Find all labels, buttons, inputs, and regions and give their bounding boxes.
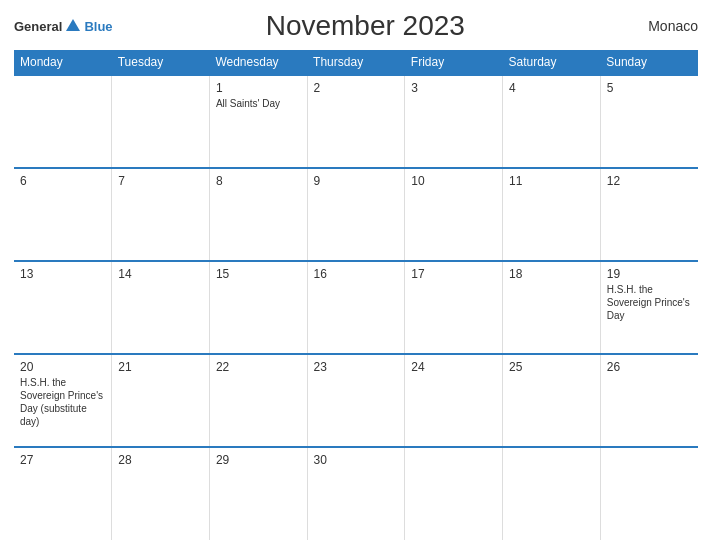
day-number: 26 bbox=[607, 360, 692, 374]
calendar-cell: 23 bbox=[307, 354, 405, 447]
day-number: 6 bbox=[20, 174, 105, 188]
day-number: 3 bbox=[411, 81, 496, 95]
calendar-cell: 11 bbox=[503, 168, 601, 261]
day-number: 15 bbox=[216, 267, 301, 281]
day-number: 18 bbox=[509, 267, 594, 281]
calendar-cell bbox=[405, 447, 503, 540]
day-number: 25 bbox=[509, 360, 594, 374]
calendar-row-3: 13141516171819H.S.H. the Sovereign Princ… bbox=[14, 261, 698, 354]
col-saturday: Saturday bbox=[503, 50, 601, 75]
calendar-cell: 30 bbox=[307, 447, 405, 540]
calendar-cell: 22 bbox=[209, 354, 307, 447]
calendar-cell: 9 bbox=[307, 168, 405, 261]
calendar-cell: 8 bbox=[209, 168, 307, 261]
day-number: 2 bbox=[314, 81, 399, 95]
calendar-cell: 1All Saints' Day bbox=[209, 75, 307, 168]
calendar-cell bbox=[14, 75, 112, 168]
event-label: H.S.H. the Sovereign Prince's Day bbox=[607, 283, 692, 322]
calendar-cell: 17 bbox=[405, 261, 503, 354]
day-number: 8 bbox=[216, 174, 301, 188]
calendar-cell: 13 bbox=[14, 261, 112, 354]
col-monday: Monday bbox=[14, 50, 112, 75]
calendar-cell: 21 bbox=[112, 354, 210, 447]
calendar-row-2: 6789101112 bbox=[14, 168, 698, 261]
calendar-row-1: 1All Saints' Day2345 bbox=[14, 75, 698, 168]
col-tuesday: Tuesday bbox=[112, 50, 210, 75]
page: General Blue November 2023 Monaco Monday… bbox=[0, 0, 712, 550]
col-sunday: Sunday bbox=[600, 50, 698, 75]
calendar-cell: 5 bbox=[600, 75, 698, 168]
day-number: 23 bbox=[314, 360, 399, 374]
day-number: 27 bbox=[20, 453, 105, 467]
calendar-cell: 10 bbox=[405, 168, 503, 261]
day-number: 12 bbox=[607, 174, 692, 188]
event-label: H.S.H. the Sovereign Prince's Day (subst… bbox=[20, 376, 105, 428]
day-number: 10 bbox=[411, 174, 496, 188]
calendar-cell: 28 bbox=[112, 447, 210, 540]
logo-icon bbox=[64, 17, 82, 35]
day-number: 22 bbox=[216, 360, 301, 374]
day-number: 13 bbox=[20, 267, 105, 281]
day-number: 17 bbox=[411, 267, 496, 281]
day-number: 16 bbox=[314, 267, 399, 281]
calendar-title: November 2023 bbox=[113, 10, 618, 42]
day-number: 1 bbox=[216, 81, 301, 95]
country-label: Monaco bbox=[618, 18, 698, 34]
calendar-cell: 14 bbox=[112, 261, 210, 354]
day-number: 4 bbox=[509, 81, 594, 95]
calendar-cell: 20H.S.H. the Sovereign Prince's Day (sub… bbox=[14, 354, 112, 447]
calendar-cell: 2 bbox=[307, 75, 405, 168]
calendar-cell: 29 bbox=[209, 447, 307, 540]
col-friday: Friday bbox=[405, 50, 503, 75]
day-number: 19 bbox=[607, 267, 692, 281]
calendar-cell bbox=[503, 447, 601, 540]
calendar-cell: 19H.S.H. the Sovereign Prince's Day bbox=[600, 261, 698, 354]
header: General Blue November 2023 Monaco bbox=[14, 10, 698, 42]
calendar-cell: 4 bbox=[503, 75, 601, 168]
day-number: 24 bbox=[411, 360, 496, 374]
day-number: 11 bbox=[509, 174, 594, 188]
calendar-cell: 7 bbox=[112, 168, 210, 261]
col-thursday: Thursday bbox=[307, 50, 405, 75]
calendar-header-row: Monday Tuesday Wednesday Thursday Friday… bbox=[14, 50, 698, 75]
logo: General Blue bbox=[14, 17, 113, 35]
day-number: 9 bbox=[314, 174, 399, 188]
calendar-cell bbox=[112, 75, 210, 168]
calendar-cell: 15 bbox=[209, 261, 307, 354]
calendar-table: Monday Tuesday Wednesday Thursday Friday… bbox=[14, 50, 698, 540]
day-number: 14 bbox=[118, 267, 203, 281]
day-number: 30 bbox=[314, 453, 399, 467]
calendar-cell: 24 bbox=[405, 354, 503, 447]
event-label: All Saints' Day bbox=[216, 97, 301, 110]
calendar-cell: 25 bbox=[503, 354, 601, 447]
col-wednesday: Wednesday bbox=[209, 50, 307, 75]
day-number: 29 bbox=[216, 453, 301, 467]
day-number: 5 bbox=[607, 81, 692, 95]
logo-blue-text: Blue bbox=[84, 19, 112, 34]
logo-general-text: General bbox=[14, 19, 62, 34]
day-number: 20 bbox=[20, 360, 105, 374]
calendar-cell: 3 bbox=[405, 75, 503, 168]
calendar-cell bbox=[600, 447, 698, 540]
calendar-row-5: 27282930 bbox=[14, 447, 698, 540]
calendar-cell: 12 bbox=[600, 168, 698, 261]
calendar-cell: 18 bbox=[503, 261, 601, 354]
day-number: 28 bbox=[118, 453, 203, 467]
svg-marker-0 bbox=[66, 19, 80, 31]
calendar-cell: 27 bbox=[14, 447, 112, 540]
calendar-cell: 26 bbox=[600, 354, 698, 447]
calendar-row-4: 20H.S.H. the Sovereign Prince's Day (sub… bbox=[14, 354, 698, 447]
calendar-cell: 6 bbox=[14, 168, 112, 261]
day-number: 21 bbox=[118, 360, 203, 374]
day-number: 7 bbox=[118, 174, 203, 188]
calendar-cell: 16 bbox=[307, 261, 405, 354]
